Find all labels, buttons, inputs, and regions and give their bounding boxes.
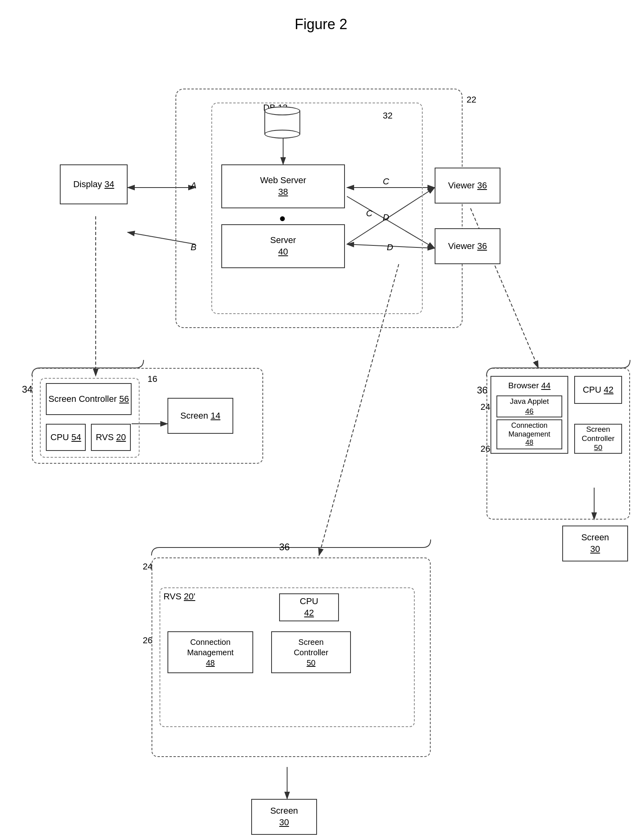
conn-mgmt-48a-box: ConnectionManagement 48 bbox=[496, 419, 562, 449]
ref-16: 16 bbox=[148, 374, 157, 384]
ref-36b-label: 36 bbox=[279, 542, 290, 553]
cpu-42a-box: CPU 42 bbox=[574, 376, 622, 404]
screen-ctrl-50b-box: ScreenController50 bbox=[271, 631, 351, 673]
diagram: 22 32 DB 13 Web Server 38 ●●● Server 40 … bbox=[0, 41, 642, 840]
inner-cluster-32 bbox=[211, 103, 423, 314]
cpu-54-box: CPU 54 bbox=[46, 424, 86, 451]
cpu-42b-box: CPU 42 bbox=[279, 593, 339, 621]
rvs-20-box: RVS 20 bbox=[91, 424, 131, 451]
ref-34-label: 34 bbox=[22, 384, 33, 395]
server-box: Server 40 bbox=[221, 224, 345, 268]
rvs-20prime-label: RVS 20' bbox=[163, 591, 195, 602]
label-C2: C bbox=[366, 208, 372, 219]
ref-26b: 26 bbox=[143, 635, 152, 646]
ref-24b: 24 bbox=[143, 561, 152, 572]
screen-ctrl-56-box: Screen Controller 56 bbox=[46, 383, 132, 415]
browser-44-box: Browser 44 Java Applet 46 ConnectionMana… bbox=[490, 376, 568, 454]
viewer2-box: Viewer 36 bbox=[435, 228, 500, 264]
web-server-label: Web Server 38 bbox=[260, 175, 306, 198]
screen-30b-box: Screen 30 bbox=[251, 799, 317, 835]
ref-22: 22 bbox=[467, 95, 476, 105]
screen-14-box: Screen 14 bbox=[167, 398, 233, 434]
label-B: B bbox=[191, 242, 197, 253]
label-C1: C bbox=[383, 176, 389, 187]
label-D1: D bbox=[383, 212, 389, 223]
java-applet-box: Java Applet 46 bbox=[496, 395, 562, 417]
screen-30a-box: Screen 30 bbox=[562, 526, 628, 561]
display-box: Display 34 bbox=[60, 164, 128, 204]
web-server-box: Web Server 38 bbox=[221, 164, 345, 208]
label-D2: D bbox=[387, 242, 393, 253]
label-A: A bbox=[191, 180, 197, 191]
screen-ctrl-50a-box: ScreenController 50 bbox=[574, 424, 622, 454]
conn-mgmt-48b-box: ConnectionManagement48 bbox=[167, 631, 253, 673]
server-label: Server 40 bbox=[270, 235, 296, 257]
ref-32: 32 bbox=[383, 111, 392, 121]
ref-36a-label: 36 bbox=[477, 385, 488, 396]
figure-title: Figure 2 bbox=[0, 0, 642, 33]
viewer1-box: Viewer 36 bbox=[435, 168, 500, 204]
